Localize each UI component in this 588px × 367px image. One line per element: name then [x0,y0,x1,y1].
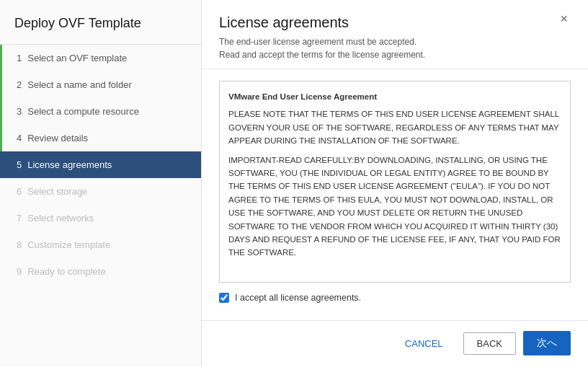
step-num: 1 [17,53,22,63]
sidebar-item-label: Customize template [27,239,110,250]
sidebar-item-9: 9 Ready to complete [0,258,201,285]
sidebar-item-label: Select storage [27,186,87,197]
sidebar-item-2[interactable]: 2 Select a name and folder [0,71,201,98]
subtitle-line1: The end-user license agreement must be a… [219,35,425,48]
main-header: License agreements The end-user license … [202,0,588,69]
next-icon: 次へ [537,337,557,348]
step-num: 8 [17,239,22,250]
sidebar-item-label: License agreements [27,159,112,170]
accept-row: I accept all license agreements. [219,293,571,303]
panel-title: License agreements [219,14,425,31]
sidebar-item-6: 6 Select storage [0,178,201,205]
sidebar-item-label: Review details [27,133,88,143]
sidebar-item-label: Select an OVF template [27,53,127,63]
step-num: 2 [17,79,22,90]
license-body-1: PLEASE NOTE THAT THE TERMS OF THIS END U… [228,107,561,147]
sidebar-item-label: Ready to complete [27,266,105,277]
step-num: 3 [17,106,22,117]
subtitle-line2: Read and accept the terms for the licens… [219,48,425,61]
sidebar-title: Deploy OVF Template [0,0,201,45]
sidebar-item-7: 7 Select networks [0,205,201,231]
main-body: VMware End User License Agreement PLEASE… [202,69,588,320]
step-num: 6 [17,186,22,197]
step-num: 7 [17,213,22,224]
sidebar: Deploy OVF Template 1 Select an OVF temp… [0,0,202,367]
next-button[interactable]: 次へ [523,331,571,355]
sidebar-item-8: 8 Customize template [0,231,201,258]
license-text-area[interactable]: VMware End User License Agreement PLEASE… [219,81,571,283]
license-title: VMware End User License Agreement [228,90,561,103]
sidebar-item-4[interactable]: 4 Review details [0,125,201,151]
deploy-ovf-dialog: Deploy OVF Template 1 Select an OVF temp… [0,0,588,367]
sidebar-item-label: Select a name and folder [27,79,132,90]
main-header-left: License agreements The end-user license … [219,14,425,61]
sidebar-item-3[interactable]: 3 Select a compute resource [0,98,201,125]
accept-checkbox[interactable] [219,293,229,303]
footer: CANCEL BACK 次へ [202,320,588,367]
step-num: 9 [17,266,22,277]
license-body-2: IMPORTANT-READ CAREFULLY:BY DOWNLOADING,… [228,154,561,260]
sidebar-item-label: Select networks [27,213,94,224]
back-button[interactable]: BACK [463,332,516,355]
close-button[interactable]: × [557,12,571,27]
main-content: License agreements The end-user license … [202,0,588,367]
sidebar-item-label: Select a compute resource [27,106,139,117]
step-num: 5 [17,159,22,170]
step-num: 4 [17,133,22,143]
cancel-button[interactable]: CANCEL [392,333,456,354]
sidebar-item-1[interactable]: 1 Select an OVF template [0,45,201,71]
accept-label[interactable]: I accept all license agreements. [235,293,361,303]
sidebar-item-5[interactable]: 5 License agreements [0,151,201,178]
